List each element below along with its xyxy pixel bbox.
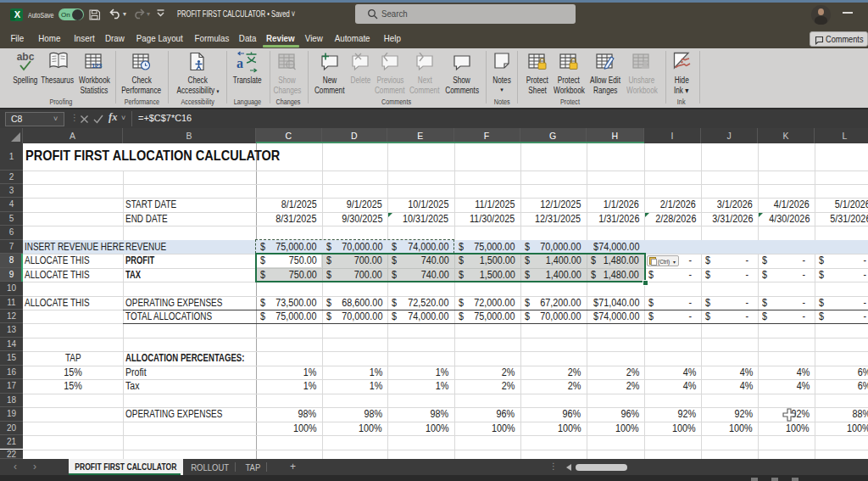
svg-text:a: a	[236, 56, 243, 70]
svg-text:123: 123	[92, 62, 103, 70]
